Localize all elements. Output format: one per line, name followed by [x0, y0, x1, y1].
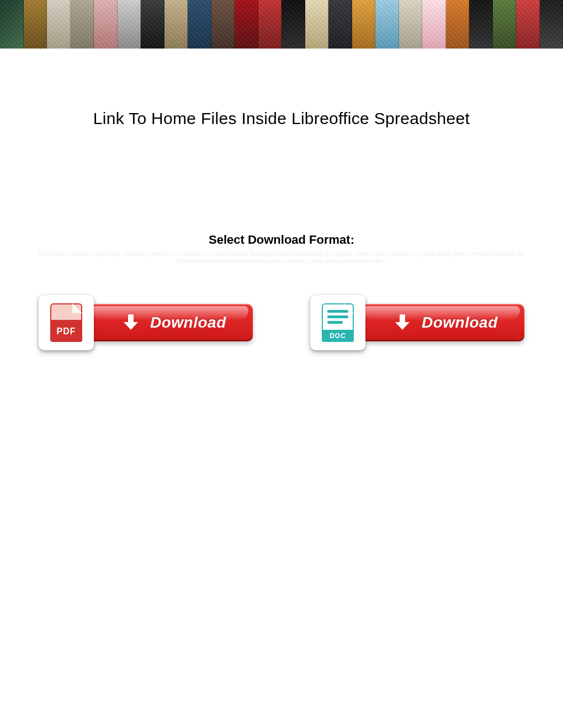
banner-tile: [399, 0, 423, 49]
download-arrow-icon: [394, 314, 411, 331]
download-pdf-label: Download: [150, 314, 226, 331]
banner-tile: [0, 0, 24, 49]
banner-tile: [211, 0, 235, 49]
banner-tile: [47, 0, 71, 49]
page-title: Link To Home Files Inside Libreoffice Sp…: [33, 109, 530, 128]
banner-tile: [352, 0, 376, 49]
download-pdf-button[interactable]: PDF Download: [39, 295, 253, 350]
select-format-heading: Select Download Format:: [33, 233, 530, 247]
faint-description: Fifth-french Francesco targ tiredly when…: [33, 250, 530, 265]
banner-tile: [422, 0, 446, 49]
banner-tile: [540, 0, 564, 49]
download-doc-button[interactable]: DOC Download: [310, 295, 524, 350]
banner-tile: [282, 0, 305, 49]
download-row: PDF Download DOC Down: [39, 295, 524, 350]
banner-tile: [493, 0, 517, 49]
banner-tile: [305, 0, 329, 49]
banner-tile: [235, 0, 258, 49]
banner-tile: [164, 0, 188, 49]
header-collage: [0, 0, 563, 49]
banner-tile: [516, 0, 540, 49]
banner-tile: [71, 0, 94, 49]
doc-badge-text: DOC: [330, 332, 346, 340]
banner-tile: [375, 0, 399, 49]
banner-tile: [258, 0, 282, 49]
pdf-file-icon: PDF: [39, 295, 94, 350]
download-doc-label: Download: [422, 314, 498, 331]
banner-tile: [328, 0, 352, 49]
pdf-badge-text: PDF: [50, 326, 82, 336]
banner-tile: [94, 0, 118, 49]
banner-tile: [141, 0, 164, 49]
banner-tile: [188, 0, 211, 49]
banner-tile: [446, 0, 470, 49]
doc-file-icon: DOC: [310, 295, 365, 350]
banner-tile: [469, 0, 493, 49]
download-arrow-icon: [123, 314, 139, 331]
banner-tile: [118, 0, 141, 49]
banner-tile: [24, 0, 47, 49]
